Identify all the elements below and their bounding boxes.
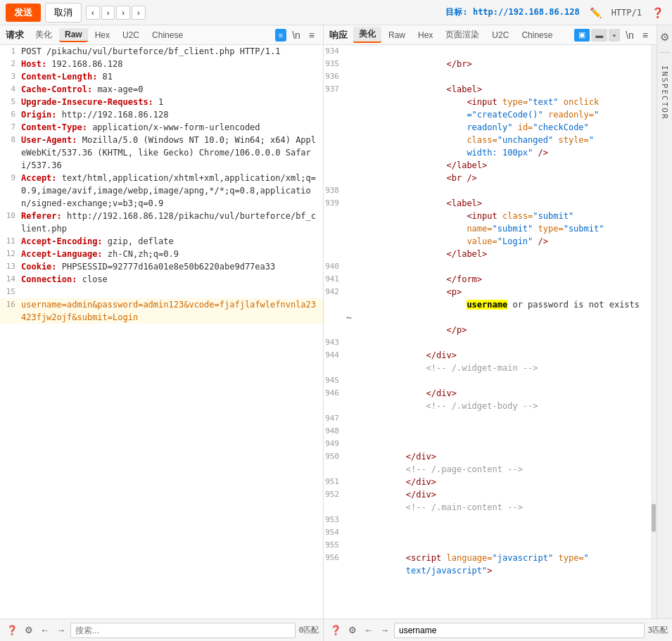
- req-line-3: 3 Content-Length: 81: [0, 70, 323, 83]
- res-line-937e: class="unchanged" style=": [324, 134, 651, 146]
- req-line-12: 12 Accept-Language: zh-CN,zh;q=0.9: [0, 248, 323, 260]
- res-line-937h: <br />: [324, 172, 651, 184]
- request-header: 请求 美化 Raw Hex U2C Chinese ≡ \n ≡: [0, 25, 323, 45]
- req-line-4: 4 Cache-Control: max-age=0: [0, 83, 323, 96]
- res-line-937a: 937 <label>: [324, 83, 651, 96]
- cancel-button[interactable]: 取消: [45, 3, 82, 23]
- res-line-942c: </p>: [324, 324, 651, 336]
- view-icon-2[interactable]: ▬: [591, 29, 607, 42]
- req-line-9: 9 Accept: text/html,application/xhtml+xm…: [0, 172, 323, 210]
- view-icon-1[interactable]: ▣: [574, 29, 590, 42]
- tab-beautify-req[interactable]: 美化: [30, 27, 58, 42]
- response-icon2[interactable]: \n: [623, 29, 637, 42]
- tab-chinese-req[interactable]: Chinese: [146, 29, 189, 42]
- bottom-help-icon-left[interactable]: ❓: [4, 623, 20, 637]
- tab-pagerender-res[interactable]: 页面渲染: [440, 27, 485, 42]
- res-line-937d: readonly" id="checkCode": [324, 121, 651, 134]
- res-line-951: 951 </div>: [324, 476, 651, 488]
- response-label: 响应: [329, 29, 348, 42]
- request-icon2[interactable]: \n: [289, 29, 303, 42]
- settings-icon[interactable]: ⚙: [657, 30, 672, 45]
- http-version-label: HTTP/1: [611, 8, 642, 18]
- bottom-next-icon-left[interactable]: →: [54, 623, 68, 637]
- tab-beautify-res[interactable]: 美化: [353, 27, 381, 43]
- req-line-1: 1 POST /pikachu/vul/burteforce/bf_client…: [0, 45, 323, 58]
- response-header: 响应 美化 Raw Hex 页面渲染 U2C Chinese ▣ ▬ ▪ \n …: [324, 25, 657, 45]
- send-button[interactable]: 发送: [6, 4, 41, 22]
- res-line-944: 944 </div>: [324, 349, 651, 362]
- req-line-15: 15: [0, 286, 323, 298]
- tab-raw-req[interactable]: Raw: [59, 28, 88, 42]
- req-line-16: 16 username=admin&password=admin123&vcod…: [0, 298, 323, 324]
- request-panel: 请求 美化 Raw Hex U2C Chinese ≡ \n ≡ 1 POST …: [0, 25, 324, 618]
- res-line-953: 953: [324, 514, 651, 526]
- bottom-right: ❓ ⚙ ← → 3匹配: [324, 619, 672, 641]
- view-icon-3[interactable]: ▪: [609, 29, 620, 42]
- view-toggle-group: ▣ ▬ ▪: [574, 29, 620, 42]
- main-area: 请求 美化 Raw Hex U2C Chinese ≡ \n ≡ 1 POST …: [0, 25, 672, 618]
- bottom-prev-icon-right[interactable]: ←: [362, 623, 375, 637]
- req-line-7: 7 Content-Type: application/x-www-form-u…: [0, 121, 323, 134]
- req-line-11: 11 Accept-Encoding: gzip, deflate: [0, 235, 323, 248]
- request-icon1[interactable]: ≡: [275, 29, 286, 42]
- bottom-settings-icon-left[interactable]: ⚙: [23, 623, 35, 637]
- nav-buttons: ‹ › › ›: [86, 6, 146, 20]
- res-line-956b: text/javascript">: [324, 564, 651, 577]
- res-line-934: 934: [324, 45, 651, 58]
- tab-u2c-req[interactable]: U2C: [117, 29, 145, 42]
- target-label: 目标: http://192.168.86.128: [445, 6, 579, 18]
- bottom-bar: ❓ ⚙ ← → 0匹配 ❓ ⚙ ← → 3匹配: [0, 618, 672, 641]
- response-panel: 响应 美化 Raw Hex 页面渲染 U2C Chinese ▣ ▬ ▪ \n …: [324, 25, 657, 618]
- res-line-939c: name="submit" type="submit": [324, 222, 651, 235]
- res-line-941: 941 </form>: [324, 273, 651, 286]
- tab-hex-req[interactable]: Hex: [89, 29, 115, 42]
- response-scrollbar[interactable]: [651, 45, 657, 618]
- res-line-946b: <!-- /.widget-body -->: [324, 400, 651, 412]
- edit-icon[interactable]: ✏️: [587, 6, 604, 20]
- res-line-946: 946 </div>: [324, 387, 651, 400]
- res-line-938: 938: [324, 184, 651, 197]
- tab-u2c-res[interactable]: U2C: [486, 29, 514, 42]
- nav-prev-button[interactable]: ‹: [86, 6, 100, 20]
- response-code-area[interactable]: 934 935 </br> 936 937 <label>: [324, 45, 651, 618]
- request-icon3[interactable]: ≡: [306, 29, 317, 42]
- req-line-2: 2 Host: 192.168.86.128: [0, 58, 323, 70]
- bottom-prev-icon-left[interactable]: ←: [38, 623, 51, 637]
- inspector-label: INSPECTOR: [660, 65, 669, 120]
- res-line-947: 947: [324, 412, 651, 425]
- request-code-area[interactable]: 1 POST /pikachu/vul/burteforce/bf_client…: [0, 45, 323, 618]
- main-toolbar: 发送 取消 ‹ › › › 目标: http://192.168.86.128 …: [0, 0, 672, 25]
- res-line-944b: <!-- /.widget-main -->: [324, 362, 651, 374]
- help-icon[interactable]: ❓: [649, 6, 666, 20]
- search-input-left[interactable]: [70, 623, 296, 638]
- scrollbar-thumb[interactable]: [652, 504, 656, 532]
- res-line-948: 948: [324, 425, 651, 438]
- res-line-954: 954: [324, 526, 651, 539]
- nav-prev2-button[interactable]: ›: [101, 6, 115, 20]
- res-line-936: 936: [324, 70, 651, 83]
- res-line-943: 943: [324, 336, 651, 349]
- res-line-937f: width: 100px" />: [324, 146, 651, 159]
- res-line-942a: 942 <p>: [324, 286, 651, 298]
- tab-chinese-res[interactable]: Chinese: [516, 29, 558, 42]
- res-line-939d: value="Login" />: [324, 235, 651, 248]
- req-line-5: 5 Upgrade-Insecure-Requests: 1: [0, 96, 323, 108]
- tab-raw-res[interactable]: Raw: [383, 29, 411, 42]
- nav-next-button[interactable]: ›: [116, 6, 130, 20]
- res-line-945: 945: [324, 374, 651, 387]
- request-header-icons: ≡ \n ≡: [275, 29, 317, 42]
- res-line-939b: <input class="submit": [324, 210, 651, 222]
- search-input-right[interactable]: [394, 623, 645, 638]
- response-icon3[interactable]: ≡: [640, 29, 651, 42]
- tab-hex-res[interactable]: Hex: [412, 29, 438, 42]
- res-line-940: 940: [324, 260, 651, 273]
- bottom-help-icon-right[interactable]: ❓: [328, 623, 343, 637]
- toolbar-right: 目标: http://192.168.86.128 ✏️ HTTP/1 ❓: [445, 6, 666, 20]
- bottom-next-icon-right[interactable]: →: [378, 623, 391, 637]
- req-line-14: 14 Connection: close: [0, 273, 323, 286]
- req-line-6: 6 Origin: http://192.168.86.128: [0, 108, 323, 121]
- nav-next2-button[interactable]: ›: [132, 6, 146, 20]
- req-line-8: 8 User-Agent: Mozilla/5.0 (Windows NT 10…: [0, 134, 323, 172]
- bottom-settings-icon-right[interactable]: ⚙: [346, 623, 359, 637]
- match-count-right: 3匹配: [647, 625, 668, 635]
